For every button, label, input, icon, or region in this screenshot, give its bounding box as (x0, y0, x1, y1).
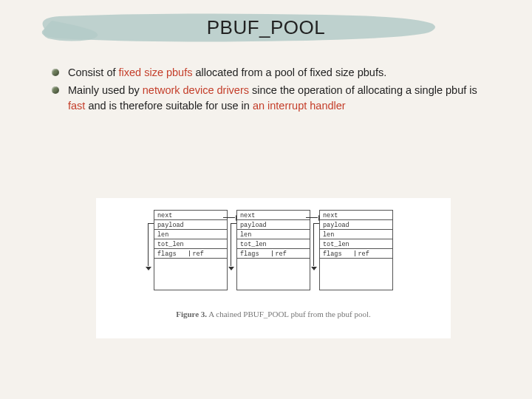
highlight-text: network device drivers (143, 84, 249, 96)
field-flags: flags (240, 250, 273, 256)
field-len: len (157, 231, 168, 237)
field-payload: payload (157, 222, 184, 228)
field-len: len (240, 231, 251, 237)
payload-arrow-icon (309, 223, 319, 270)
bullet-list: Consist of fixed size pbufs allocated fr… (52, 65, 495, 116)
field-flags: flags (157, 250, 190, 256)
field-payload: payload (240, 222, 267, 228)
field-ref: ref (190, 250, 225, 256)
field-tot-len: tot_len (323, 241, 349, 247)
caption-figure-number: Figure 3. (176, 310, 207, 318)
field-ref: ref (355, 250, 390, 256)
body-text: allocated from a pool of fixed size pbuf… (192, 66, 386, 78)
pbuf-struct: next payload len tot_len flagsref (236, 210, 310, 290)
pbuf-chain-diagram: next payload len tot_len flagsref next p… (96, 198, 451, 290)
field-payload: payload (323, 222, 349, 228)
field-next: next (157, 212, 172, 218)
field-flags: flags (323, 250, 355, 256)
payload-data-block (320, 259, 392, 290)
field-tot-len: tot_len (157, 241, 184, 247)
payload-data-block (237, 259, 310, 290)
body-text: Consist of (68, 66, 119, 78)
body-text: Mainly used by (68, 84, 143, 96)
field-tot-len: tot_len (240, 241, 267, 247)
pbuf-struct: next payload len tot_len flagsref (319, 210, 393, 290)
field-next: next (240, 212, 255, 218)
highlight-text: fast (68, 100, 85, 112)
bullet-item: Consist of fixed size pbufs allocated fr… (52, 65, 495, 80)
figure-container: next payload len tot_len flagsref next p… (96, 198, 451, 338)
body-text: since the operation of allocating a sing… (249, 84, 477, 96)
highlight-text: fixed size pbufs (119, 66, 193, 78)
figure-caption: Figure 3. A chained PBUF_POOL pbuf from … (96, 310, 451, 318)
payload-arrow-icon (143, 223, 154, 270)
payload-data-block (154, 259, 227, 290)
page-title: PBUF_POOL (0, 16, 532, 39)
highlight-text: an interrupt handler (253, 100, 346, 112)
payload-arrow-icon (226, 223, 236, 270)
body-text: and is therefore suitable for use in (85, 100, 253, 112)
bullet-item: Mainly used by network device drivers si… (52, 83, 495, 113)
field-next: next (323, 212, 338, 218)
field-ref: ref (273, 250, 307, 256)
pbuf-struct: next payload len tot_len flagsref (154, 210, 228, 290)
caption-text: A chained PBUF_POOL pbuf from the pbuf p… (207, 310, 371, 318)
field-len: len (323, 231, 334, 237)
